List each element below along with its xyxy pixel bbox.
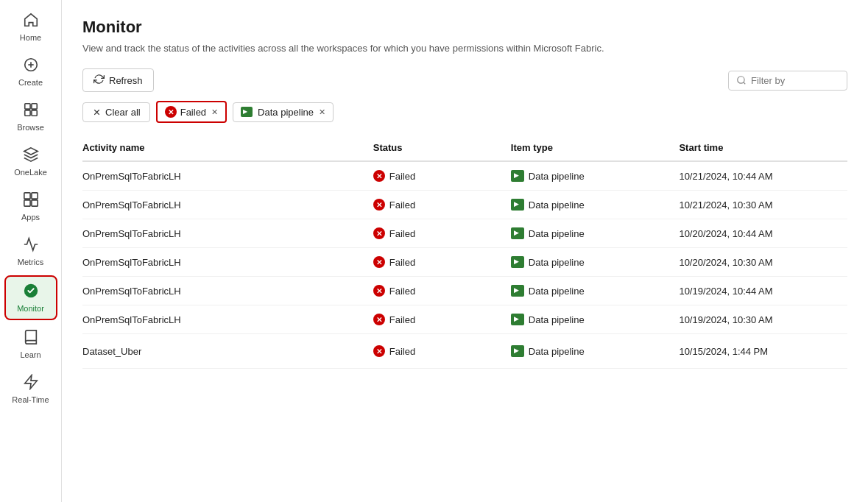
- cell-status: ✕ Failed: [373, 191, 511, 219]
- cell-start-time: 10/19/2024, 10:44 AM: [679, 277, 847, 305]
- svg-point-22: [205, 350, 207, 352]
- sidebar-item-browse-label: Browse: [17, 123, 44, 132]
- pipeline-chip-close[interactable]: ✕: [319, 107, 325, 117]
- filter-input[interactable]: [751, 75, 839, 86]
- svg-line-14: [744, 82, 746, 85]
- item-type-label: Data pipeline: [529, 257, 585, 268]
- sidebar-item-create[interactable]: Create: [4, 51, 57, 93]
- sidebar-item-realtime-label: Real-Time: [12, 395, 49, 404]
- status-label: Failed: [389, 257, 415, 268]
- filter-bar: Clear all ✕ Failed ✕ Data pipeline ✕: [82, 101, 847, 123]
- cell-activity-name[interactable]: OnPremSqlToFabricLH: [82, 161, 373, 191]
- cell-item-type: Data pipeline: [511, 219, 680, 248]
- refresh-label: Refresh: [109, 75, 143, 86]
- svg-rect-5: [24, 110, 29, 116]
- create-icon: [23, 57, 39, 75]
- filter-chip-data-pipeline[interactable]: Data pipeline ✕: [233, 102, 334, 122]
- cell-activity-name[interactable]: OnPremSqlToFabricLH: [82, 248, 373, 277]
- status-failed-icon: ✕: [373, 345, 385, 357]
- svg-rect-4: [31, 104, 36, 109]
- pipeline-type-icon: [511, 227, 524, 239]
- failed-chip-close[interactable]: ✕: [211, 107, 218, 117]
- cell-activity-name[interactable]: OnPremSqlToFabricLH: [82, 219, 373, 248]
- activity-table: Activity name Status Item type Start tim…: [82, 136, 847, 369]
- sidebar: Home Create Browse OneLake Apps Metrics: [0, 0, 62, 502]
- refresh-icon: [93, 74, 105, 87]
- sidebar-item-home[interactable]: Home: [4, 6, 57, 48]
- cell-start-time: 10/20/2024, 10:30 AM: [679, 248, 847, 277]
- col-header-start-time: Start time: [679, 136, 847, 161]
- pipeline-type-icon: [511, 314, 524, 325]
- status-failed-icon: ✕: [373, 256, 385, 268]
- cell-item-type: Data pipeline: [511, 248, 680, 277]
- info-button[interactable]: [171, 342, 188, 360]
- status-label: Failed: [389, 314, 415, 325]
- filter-input-wrap[interactable]: [728, 71, 847, 91]
- status-label: Failed: [389, 199, 415, 211]
- svg-point-21: [202, 350, 204, 352]
- sidebar-item-onelake-label: OneLake: [14, 168, 47, 177]
- svg-rect-10: [31, 200, 37, 206]
- sidebar-item-monitor[interactable]: Monitor: [4, 275, 57, 320]
- toolbar: Refresh: [82, 68, 847, 92]
- apps-icon: [23, 191, 39, 210]
- table-row: OnPremSqlToFabricLH ✕ Failed Data pipeli…: [82, 161, 847, 191]
- cell-start-time: 10/15/2024, 1:44 PM: [679, 334, 847, 369]
- svg-rect-8: [31, 193, 37, 199]
- table-row: OnPremSqlToFabricLH ✕ Failed Data pipeli…: [82, 277, 847, 305]
- table-row: OnPremSqlToFabricLH ✕ Failed Data pipeli…: [82, 191, 847, 219]
- cell-activity-name[interactable]: OnPremSqlToFabricLH: [82, 191, 373, 219]
- refresh-button[interactable]: Refresh: [82, 68, 154, 92]
- clear-all-label: Clear all: [105, 107, 141, 118]
- cell-item-type: Data pipeline: [511, 191, 680, 219]
- cell-activity-name[interactable]: Dataset_Uber: [82, 334, 373, 369]
- svg-rect-9: [24, 200, 29, 206]
- item-type-label: Data pipeline: [529, 199, 585, 211]
- sidebar-item-metrics-label: Metrics: [18, 258, 43, 266]
- sidebar-item-browse[interactable]: Browse: [4, 96, 57, 138]
- sidebar-item-realtime[interactable]: Real-Time: [4, 368, 57, 410]
- rerun-button[interactable]: [147, 342, 165, 360]
- monitor-icon: [23, 283, 39, 301]
- clear-all-button[interactable]: Clear all: [82, 102, 150, 122]
- sidebar-item-learn[interactable]: Learn: [4, 323, 57, 365]
- status-failed-icon: ✕: [373, 199, 385, 211]
- browse-icon: [23, 102, 39, 120]
- cell-item-type: Data pipeline: [511, 277, 680, 305]
- sidebar-item-metrics[interactable]: Metrics: [4, 230, 57, 272]
- table-row: OnPremSqlToFabricLH ✕ Failed Data pipeli…: [82, 219, 847, 248]
- table-row: OnPremSqlToFabricLH ✕ Failed Data pipeli…: [82, 305, 847, 334]
- status-failed-icon: ✕: [373, 227, 385, 239]
- onelake-icon: [23, 146, 39, 165]
- cell-status: ✕ Failed: [373, 219, 511, 248]
- cell-start-time: 10/21/2024, 10:44 AM: [679, 161, 847, 191]
- sidebar-item-apps[interactable]: Apps: [4, 185, 57, 227]
- search-icon: [736, 75, 747, 85]
- home-icon: [23, 12, 39, 30]
- page-subtitle: View and track the status of the activit…: [82, 43, 847, 54]
- status-label: Failed: [389, 228, 415, 239]
- filter-chip-failed[interactable]: ✕ Failed ✕: [156, 101, 227, 123]
- more-button[interactable]: [194, 342, 212, 360]
- failed-chip-label: Failed: [180, 107, 206, 118]
- item-type-label: Data pipeline: [529, 228, 585, 239]
- status-label: Failed: [389, 171, 415, 182]
- learn-icon: [23, 329, 39, 347]
- cell-activity-name[interactable]: OnPremSqlToFabricLH: [82, 305, 373, 334]
- page-title: Monitor: [82, 18, 847, 37]
- item-type-label: Data pipeline: [529, 346, 585, 357]
- metrics-icon: [23, 236, 39, 255]
- cell-status: ✕ Failed: [373, 248, 511, 277]
- svg-marker-12: [24, 375, 37, 389]
- table-row: Dataset_Uber ✕ Failed Data pipeline 10/1…: [82, 334, 847, 369]
- col-header-activity-name: Activity name: [82, 136, 373, 161]
- sidebar-item-onelake[interactable]: OneLake: [4, 141, 57, 183]
- status-label: Failed: [389, 286, 415, 297]
- svg-rect-3: [24, 104, 29, 109]
- table-row: OnPremSqlToFabricLH ✕ Failed Data pipeli…: [82, 248, 847, 277]
- cell-status: ✕ Failed: [373, 161, 511, 191]
- cell-start-time: 10/19/2024, 10:30 AM: [679, 305, 847, 334]
- cell-status: ✕ Failed: [373, 334, 511, 369]
- cell-activity-name[interactable]: OnPremSqlToFabricLH: [82, 277, 373, 305]
- item-type-label: Data pipeline: [529, 286, 585, 297]
